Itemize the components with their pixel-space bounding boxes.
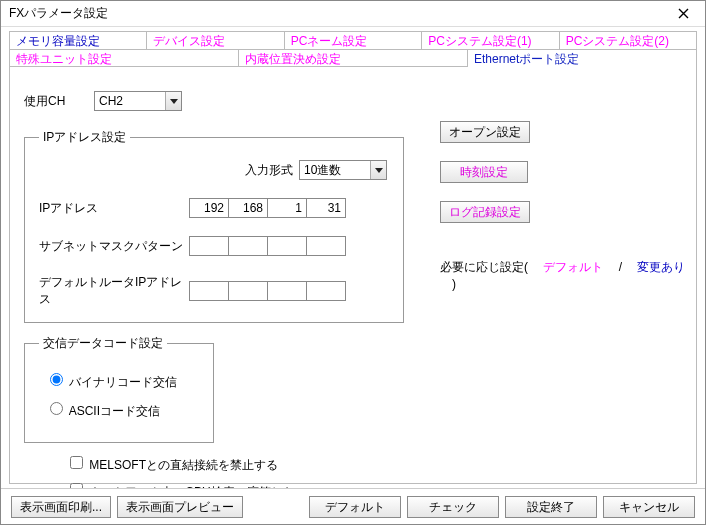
radio-binary-input[interactable] <box>50 373 63 386</box>
legend-note-prefix: 必要に応じ設定( <box>440 260 540 274</box>
tab-pcsystem1[interactable]: PCシステム設定(1) <box>421 31 559 49</box>
gateway-octet-1[interactable] <box>189 281 229 301</box>
use-ch-select-wrapper: CH2 <box>94 91 182 111</box>
legend-note: 必要に応じ設定( デフォルト / 変更あり ) <box>440 259 690 293</box>
input-format-select-wrapper: 10進数 <box>299 160 387 180</box>
radio-binary-label: バイナリコード交信 <box>69 375 177 389</box>
subnet-octet-2[interactable] <box>228 236 268 256</box>
ip-octet-2[interactable] <box>228 198 268 218</box>
radio-ascii-input[interactable] <box>50 402 63 415</box>
input-format-select[interactable]: 10進数 <box>299 160 387 180</box>
dialog-window: FXパラメータ設定 メモリ容量設定 デバイス設定 PCネーム設定 PCシステム設… <box>0 0 706 525</box>
tab-ethernet-port[interactable]: Ethernetポート設定 <box>467 49 697 67</box>
tab-pcsystem2[interactable]: PCシステム設定(2) <box>559 31 697 49</box>
subnet-octet-4[interactable] <box>306 236 346 256</box>
check-melsoft-label: MELSOFTとの直結接続を禁止する <box>89 458 278 472</box>
check-melsoft-input[interactable] <box>70 456 83 469</box>
tab-content: 使用CH CH2 IPアドレス設定 入力形式 10進数 <box>9 66 697 484</box>
gateway-label: デフォルトルータIPアドレス <box>39 274 189 308</box>
titlebar: FXパラメータ設定 <box>1 1 705 27</box>
tab-device[interactable]: デバイス設定 <box>146 31 284 49</box>
check-button[interactable]: チェック <box>407 496 499 518</box>
use-ch-select[interactable]: CH2 <box>94 91 182 111</box>
gateway-row: デフォルトルータIPアドレス <box>39 274 389 308</box>
use-ch-label: 使用CH <box>24 93 94 110</box>
bottom-bar: 表示画面印刷... 表示画面プレビュー デフォルト チェック 設定終了 キャンセ… <box>1 488 705 524</box>
preview-button[interactable]: 表示画面プレビュー <box>117 496 243 518</box>
ip-octet-3[interactable] <box>267 198 307 218</box>
subnet-label: サブネットマスクパターン <box>39 238 189 255</box>
ip-settings-legend: IPアドレス設定 <box>39 129 130 146</box>
gateway-octet-2[interactable] <box>228 281 268 301</box>
subnet-octet-1[interactable] <box>189 236 229 256</box>
tab-pcname[interactable]: PCネーム設定 <box>284 31 422 49</box>
ip-settings-group: IPアドレス設定 入力形式 10進数 IPアドレス <box>24 129 404 323</box>
gateway-octet-3[interactable] <box>267 281 307 301</box>
legend-note-sep: / <box>607 260 634 274</box>
finish-button[interactable]: 設定終了 <box>505 496 597 518</box>
time-settings-button[interactable]: 時刻設定 <box>440 161 528 183</box>
side-buttons: オープン設定 時刻設定 ログ記録設定 必要に応じ設定( デフォルト / 変更あり… <box>440 121 690 293</box>
window-title: FXパラメータ設定 <box>9 5 667 22</box>
tab-positioning[interactable]: 内蔵位置決め設定 <box>238 49 468 67</box>
tabstrip: メモリ容量設定 デバイス設定 PCネーム設定 PCシステム設定(1) PCシステ… <box>1 27 705 484</box>
subnet-octet-3[interactable] <box>267 236 307 256</box>
use-ch-row: 使用CH CH2 <box>24 91 682 111</box>
input-format-row: 入力形式 10進数 <box>39 160 387 180</box>
tab-special-unit[interactable]: 特殊ユニット設定 <box>9 49 239 67</box>
gateway-octet-4[interactable] <box>306 281 346 301</box>
data-code-legend: 交信データコード設定 <box>39 335 167 352</box>
ip-address-row: IPアドレス <box>39 198 389 218</box>
ip-octet-1[interactable] <box>189 198 229 218</box>
print-button[interactable]: 表示画面印刷... <box>11 496 111 518</box>
tab-memory[interactable]: メモリ容量設定 <box>9 31 147 49</box>
close-icon[interactable] <box>667 4 699 24</box>
radio-ascii-label: ASCIIコード交信 <box>69 404 160 418</box>
open-settings-button[interactable]: オープン設定 <box>440 121 530 143</box>
ip-address-label: IPアドレス <box>39 200 189 217</box>
radio-binary[interactable]: バイナリコード交信 <box>45 370 199 391</box>
cancel-button[interactable]: キャンセル <box>603 496 695 518</box>
radio-ascii[interactable]: ASCIIコード交信 <box>45 399 199 420</box>
legend-note-default: デフォルト <box>543 260 603 274</box>
legend-note-suffix: ) <box>440 277 456 291</box>
data-code-group: 交信データコード設定 バイナリコード交信 ASCIIコード交信 <box>24 335 214 443</box>
subnet-row: サブネットマスクパターン <box>39 236 389 256</box>
input-format-label: 入力形式 <box>245 162 293 179</box>
ip-octet-4[interactable] <box>306 198 346 218</box>
default-button[interactable]: デフォルト <box>309 496 401 518</box>
log-settings-button[interactable]: ログ記録設定 <box>440 201 530 223</box>
legend-note-changed: 変更あり <box>637 260 685 274</box>
check-melsoft[interactable]: MELSOFTとの直結接続を禁止する <box>66 453 682 474</box>
